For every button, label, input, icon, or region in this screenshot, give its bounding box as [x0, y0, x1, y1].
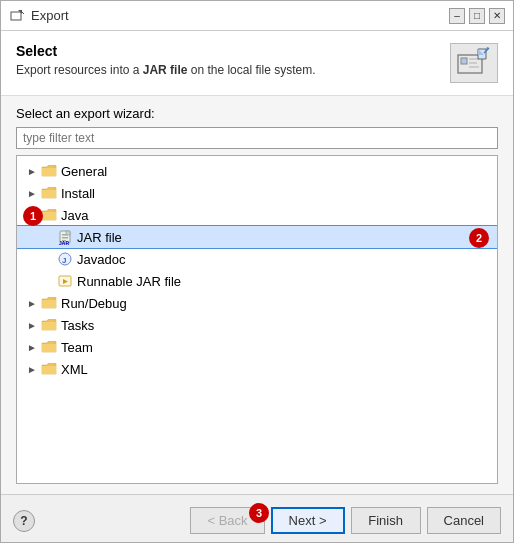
tree-item-install[interactable]: ► Install: [17, 182, 497, 204]
cancel-button[interactable]: Cancel: [427, 507, 501, 534]
runnable-jar-label: Runnable JAR file: [77, 274, 181, 289]
export-icon: [450, 43, 498, 83]
export-dialog: Export – □ ✕ Select Export resources int…: [0, 0, 514, 543]
minimize-button[interactable]: –: [449, 8, 465, 24]
tree-item-java[interactable]: ▼ Java: [17, 204, 497, 226]
jar-file-icon: JAR: [57, 229, 73, 245]
tree-item-xml[interactable]: ► XML: [17, 358, 497, 380]
folder-general-icon: [41, 163, 57, 179]
step1-badge: 1: [23, 206, 43, 226]
nav-buttons: < Back Next > Finish Cancel: [190, 507, 501, 534]
install-label: Install: [61, 186, 95, 201]
help-button[interactable]: ?: [13, 510, 35, 532]
title-bar: Export – □ ✕: [1, 1, 513, 31]
jar-file-label: JAR file: [77, 230, 122, 245]
svg-text:J: J: [62, 256, 66, 265]
svg-rect-6: [469, 62, 477, 64]
next-button[interactable]: Next >: [271, 507, 345, 534]
run-debug-label: Run/Debug: [61, 296, 127, 311]
svg-text:JAR: JAR: [59, 240, 69, 245]
step2-badge: 2: [469, 228, 489, 248]
javadoc-label: Javadoc: [77, 252, 125, 267]
team-label: Team: [61, 340, 93, 355]
expand-install-icon: ►: [25, 186, 39, 200]
wizard-label: Select an export wizard:: [16, 106, 498, 121]
expand-tasks-icon: ►: [25, 318, 39, 332]
header-section: Select Export resources into a JAR file …: [1, 31, 513, 96]
maximize-button[interactable]: □: [469, 8, 485, 24]
xml-label: XML: [61, 362, 88, 377]
tree-item-jar-file[interactable]: ► JAR JAR file: [17, 226, 497, 248]
footer-section: 3 ? < Back Next > Finish Cancel: [1, 494, 513, 542]
finish-button[interactable]: Finish: [351, 507, 421, 534]
svg-rect-7: [469, 66, 479, 68]
tree-item-tasks[interactable]: ► Tasks: [17, 314, 497, 336]
body-section: Select an export wizard: ► General ►: [1, 96, 513, 494]
title-bar-left: Export: [9, 8, 69, 24]
java-label: Java: [61, 208, 88, 223]
expand-general-icon: ►: [25, 164, 39, 178]
tree-container: ► General ► Install: [16, 155, 498, 484]
tree-item-javadoc[interactable]: ► J Javadoc: [17, 248, 497, 270]
close-button[interactable]: ✕: [489, 8, 505, 24]
header-text: Select Export resources into a JAR file …: [16, 43, 315, 77]
folder-install-icon: [41, 185, 57, 201]
expand-team-icon: ►: [25, 340, 39, 354]
folder-xml-icon: [41, 361, 57, 377]
tree-item-team[interactable]: ► Team: [17, 336, 497, 358]
window-title: Export: [31, 8, 69, 23]
tasks-label: Tasks: [61, 318, 94, 333]
expand-run-debug-icon: ►: [25, 296, 39, 310]
header-title: Select: [16, 43, 315, 59]
header-description: Export resources into a JAR file on the …: [16, 63, 315, 77]
folder-team-icon: [41, 339, 57, 355]
svg-rect-0: [11, 12, 21, 20]
window-controls: – □ ✕: [449, 8, 505, 24]
svg-rect-4: [461, 58, 467, 64]
export-title-icon: [9, 8, 25, 24]
tree-item-general[interactable]: ► General: [17, 160, 497, 182]
tree-item-run-debug[interactable]: ► Run/Debug: [17, 292, 497, 314]
folder-java-icon: [41, 207, 57, 223]
tree-item-runnable-jar[interactable]: ► Runnable JAR file: [17, 270, 497, 292]
runnable-jar-icon: [57, 273, 73, 289]
javadoc-icon: J: [57, 251, 73, 267]
folder-tasks-icon: [41, 317, 57, 333]
filter-input[interactable]: [16, 127, 498, 149]
svg-rect-14: [62, 237, 68, 239]
general-label: General: [61, 164, 107, 179]
folder-run-debug-icon: [41, 295, 57, 311]
expand-xml-icon: ►: [25, 362, 39, 376]
step3-badge: 3: [249, 503, 269, 523]
